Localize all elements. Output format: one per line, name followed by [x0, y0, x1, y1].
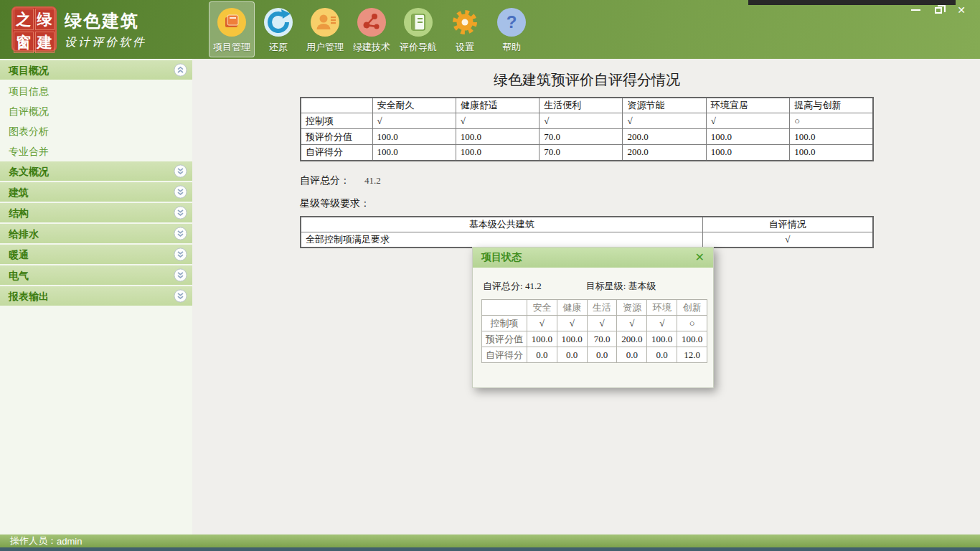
logo-char: 绿	[35, 9, 55, 30]
sidebar-section-project-overview[interactable]: 项目概况	[0, 60, 192, 80]
toolbar-button-settings[interactable]: 设置	[442, 1, 488, 57]
table-cell: 12.0	[677, 347, 707, 363]
dialog-total-score: 自评总分: 41.2	[483, 280, 542, 293]
sidebar-section-report-output[interactable]: 报表输出	[0, 286, 192, 306]
table-cell: 100.0	[647, 331, 677, 347]
column-header: 健康舒适	[456, 98, 539, 113]
app-logo: 之 绿 窗 建	[11, 6, 57, 52]
table-cell: 0.0	[587, 347, 617, 363]
sidebar-section-plumbing[interactable]: 给排水	[0, 224, 192, 243]
minimize-icon[interactable]	[904, 4, 927, 16]
expand-chevron-icon[interactable]	[174, 268, 187, 282]
sidebar-section-label: 项目概况	[0, 65, 49, 76]
expand-chevron-icon[interactable]	[174, 185, 187, 199]
table-cell: √	[456, 113, 539, 129]
sidebar-item-discipline-merge[interactable]: 专业合并	[0, 141, 192, 161]
book-icon	[403, 7, 433, 37]
table-cell: 200.0	[623, 145, 706, 161]
table-cell: 200.0	[623, 129, 706, 145]
toolbar-button-project-management[interactable]: 项目管理	[209, 1, 255, 57]
sidebar-item-self-eval-overview[interactable]: 自评概况	[0, 101, 192, 121]
sidebar-item-project-info[interactable]: 项目信息	[0, 81, 192, 101]
total-score-value: 41.2	[364, 175, 381, 186]
collapse-chevron-icon[interactable]	[174, 63, 187, 77]
expand-chevron-icon[interactable]	[174, 289, 187, 303]
close-window-icon[interactable]: ✕	[950, 4, 973, 16]
table-cell: 全部控制项满足要求	[301, 232, 702, 248]
column-header: 生活便利	[540, 98, 623, 113]
toolbar-button-help[interactable]: ?帮助	[489, 1, 534, 57]
column-header: 环境宜居	[706, 98, 789, 113]
table-row: 全部控制项满足要求√	[301, 232, 873, 248]
table-cell: 100.0	[706, 145, 789, 161]
table-cell: 100.0	[677, 331, 707, 347]
table-cell: 100.0	[557, 331, 587, 347]
table-cell: 0.0	[557, 347, 587, 363]
table-row: 预评分值100.0100.070.0200.0100.0100.0	[482, 331, 707, 347]
page-title: 绿色建筑预评价自评得分情况	[300, 70, 874, 90]
table-cell: ○	[790, 113, 873, 129]
sidebar-section-structure[interactable]: 结构	[0, 203, 192, 222]
column-header: 自评情况	[702, 217, 873, 232]
dialog-header[interactable]: 项目状态 ✕	[473, 248, 713, 268]
row-label: 控制项	[482, 316, 527, 331]
star-requirement-table: 基本级公共建筑自评情况全部控制项满足要求√	[300, 216, 874, 248]
table-cell: 0.0	[527, 347, 557, 363]
sidebar-section-hvac[interactable]: 暖通	[0, 245, 192, 264]
toolbar-button-restore[interactable]: 还原	[255, 1, 301, 57]
table-row: 控制项√√√√√○	[301, 113, 873, 129]
column-header: 资源节能	[623, 98, 706, 113]
toolbar-label: 用户管理	[306, 41, 344, 54]
column-header: 健康	[557, 300, 587, 316]
table-cell: √	[540, 113, 623, 129]
table-cell: √	[527, 316, 557, 331]
column-header: 提高与创新	[790, 98, 873, 113]
operator-value: admin	[57, 536, 82, 547]
toolbar-button-eval-navigation[interactable]: 评价导航	[395, 1, 441, 57]
close-icon[interactable]: ✕	[695, 252, 705, 263]
row-label: 控制项	[301, 113, 372, 129]
expand-chevron-icon[interactable]	[174, 206, 187, 220]
toolbar-label: 还原	[269, 41, 288, 54]
app-title: 绿色建筑	[65, 9, 146, 32]
expand-chevron-icon[interactable]	[174, 248, 187, 261]
toolbar-label: 项目管理	[213, 41, 250, 54]
dialog-score-table: 安全健康生活资源环境创新控制项√√√√√○预评分值100.0100.070.02…	[481, 299, 707, 363]
restore-window-icon[interactable]	[927, 4, 950, 16]
table-cell: √	[706, 113, 789, 129]
sidebar-item-chart-analysis[interactable]: 图表分析	[0, 121, 192, 141]
window-controls: ✕	[904, 4, 973, 16]
star-requirement-label: 星级等级要求：	[300, 197, 980, 210]
sidebar-section-clause-overview[interactable]: 条文概况	[0, 161, 192, 181]
expand-chevron-icon[interactable]	[174, 227, 187, 240]
table-cell: 100.0	[372, 145, 456, 161]
row-label: 预评价分值	[301, 129, 372, 145]
sidebar-section-electrical[interactable]: 电气	[0, 265, 192, 285]
table-cell: √	[587, 316, 617, 331]
table-cell: ○	[677, 316, 707, 331]
table-cell: 100.0	[456, 129, 539, 145]
table-cell: 100.0	[790, 145, 873, 161]
project-status-dialog: 项目状态 ✕ 自评总分: 41.2 目标星级: 基本级 安全健康生活资源环境创新…	[472, 247, 714, 388]
sidebar-section-architecture[interactable]: 建筑	[0, 182, 192, 202]
sidebar-section-label: 结构	[0, 207, 29, 219]
table-cell: √	[372, 113, 456, 129]
column-header: 安全	[527, 300, 557, 316]
column-header: 环境	[647, 300, 677, 316]
expand-chevron-icon[interactable]	[174, 164, 187, 178]
operator-label: 操作人员：	[10, 534, 57, 547]
table-row: 自评得分0.00.00.00.00.012.0	[482, 347, 707, 363]
table-cell: 0.0	[647, 347, 677, 363]
toolbar-button-user-management[interactable]: 用户管理	[302, 1, 348, 57]
row-label: 自评得分	[482, 347, 527, 363]
logo-char: 窗	[14, 32, 34, 53]
folder-icon	[217, 7, 247, 37]
toolbar-label: 帮助	[502, 41, 521, 54]
table-cell: 200.0	[617, 331, 647, 347]
main-toolbar: 项目管理还原用户管理绿建技术评价导航设置?帮助	[209, 1, 535, 57]
table-cell: 0.0	[617, 347, 647, 363]
table-cell: √	[557, 316, 587, 331]
dialog-target-star: 目标星级: 基本级	[586, 280, 656, 293]
toolbar-label: 评价导航	[400, 41, 437, 54]
toolbar-button-green-tech[interactable]: 绿建技术	[349, 1, 395, 57]
